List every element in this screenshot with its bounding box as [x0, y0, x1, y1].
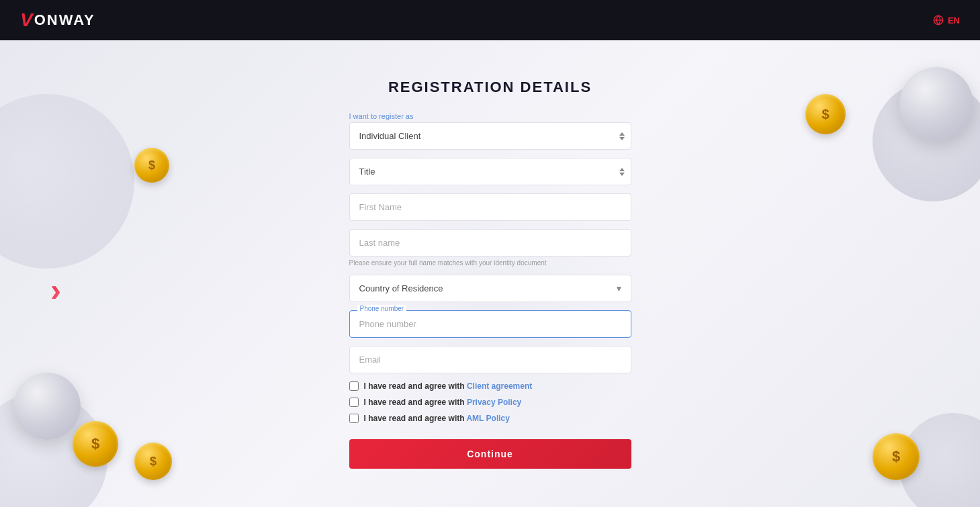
title-group: Title Mr Mrs Ms Dr	[349, 158, 631, 185]
coin-mid-left	[73, 421, 118, 467]
email-group	[349, 346, 631, 373]
lang-label: EN	[948, 15, 960, 26]
coin-top-right	[805, 94, 846, 134]
register-as-group: I want to register as Individual Client …	[349, 112, 631, 150]
checkbox-aml-policy-label: I have read and agree with AML Policy	[364, 414, 510, 423]
phone-label: Phone number	[357, 305, 407, 312]
phone-input-wrapper: Phone number	[349, 310, 631, 338]
coin-top-left	[134, 148, 169, 183]
coin-bottom-right	[873, 433, 920, 480]
last-name-input[interactable]	[349, 229, 631, 257]
registration-form: REGISTRATION DETAILS I want to register …	[349, 79, 631, 469]
coin-bottom-left	[134, 443, 172, 480]
aml-policy-link[interactable]: AML Policy	[466, 414, 509, 423]
first-name-group	[349, 193, 631, 221]
phone-input[interactable]	[349, 310, 631, 338]
ball-left	[13, 373, 81, 440]
checkbox-aml-policy-input[interactable]	[349, 414, 359, 423]
checkbox-client-agreement-label: I have read and agree with Client agreem…	[364, 381, 533, 391]
logo-text: ONWAY	[34, 11, 95, 29]
deco-circle-left-top	[0, 94, 134, 269]
register-as-select[interactable]: Individual Client Corporate Client	[349, 122, 631, 150]
title-select-wrapper: Title Mr Mrs Ms Dr	[349, 158, 631, 185]
header: V ONWAY EN	[0, 0, 980, 40]
main-area: REGISTRATION DETAILS I want to register …	[0, 40, 980, 507]
title-select[interactable]: Title Mr Mrs Ms Dr	[349, 158, 631, 185]
register-as-label: I want to register as	[349, 112, 631, 120]
ball-right-top	[899, 67, 973, 141]
client-agreement-link[interactable]: Client agreement	[467, 381, 532, 391]
privacy-policy-link[interactable]: Privacy Policy	[467, 398, 521, 407]
chevron-decoration	[50, 271, 77, 295]
continue-button[interactable]: Continue	[349, 439, 631, 469]
checkbox-aml-policy: I have read and agree with AML Policy	[349, 414, 631, 423]
checkbox-privacy-policy: I have read and agree with Privacy Polic…	[349, 398, 631, 407]
country-select[interactable]: Country of Residence	[349, 275, 631, 302]
logo-v: V	[20, 11, 33, 30]
email-input[interactable]	[349, 346, 631, 373]
logo: V ONWAY	[20, 11, 95, 30]
checkbox-client-agreement-input[interactable]	[349, 381, 359, 391]
country-group: Country of Residence ▼	[349, 275, 631, 302]
name-hint: Please ensure your full name matches wit…	[349, 259, 631, 267]
checkbox-privacy-policy-input[interactable]	[349, 398, 359, 407]
last-name-group: Please ensure your full name matches wit…	[349, 229, 631, 267]
register-as-select-wrapper: Individual Client Corporate Client	[349, 122, 631, 150]
language-button[interactable]: EN	[933, 15, 960, 26]
form-title: REGISTRATION DETAILS	[349, 79, 631, 96]
phone-group: Phone number	[349, 310, 631, 338]
checkbox-client-agreement: I have read and agree with Client agreem…	[349, 381, 631, 391]
country-select-wrapper: Country of Residence ▼	[349, 275, 631, 302]
globe-icon	[933, 15, 944, 26]
checkbox-privacy-policy-label: I have read and agree with Privacy Polic…	[364, 398, 522, 407]
first-name-input[interactable]	[349, 193, 631, 221]
